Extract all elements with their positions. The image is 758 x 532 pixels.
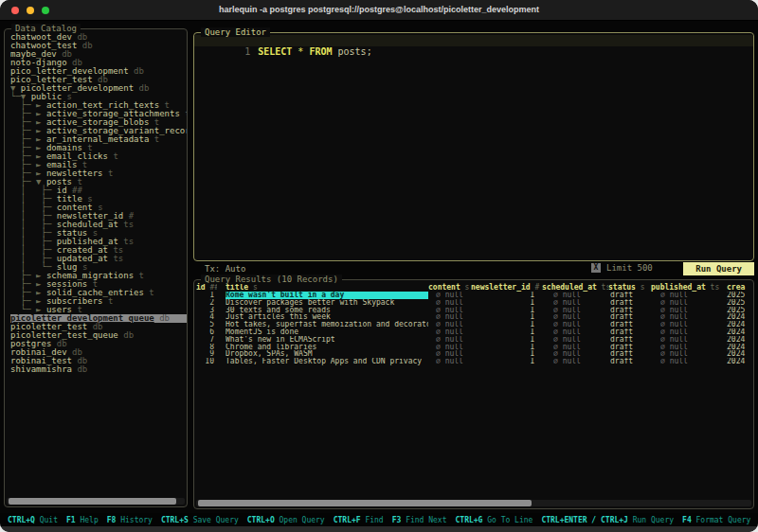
column-header-published_at[interactable]: published_at ts [651,283,727,292]
table-cell[interactable]: 2025 [727,307,751,314]
table-row[interactable]: 8Chrome and libraries∅ null1∅ nulldraft∅… [194,344,753,351]
table-cell[interactable]: Discover packages better with Skypack [226,299,428,307]
column-header-id[interactable]: id ## [194,283,217,292]
column-header-crea[interactable]: crea [727,283,751,292]
table-cell[interactable]: 7 [194,336,217,344]
table-row[interactable]: 4Just articles this week∅ null1∅ nulldra… [194,313,753,321]
results-scrollbar-thumb[interactable] [198,500,532,506]
table-cell[interactable]: draft [608,350,651,358]
table-cell[interactable]: 1 [471,344,542,351]
limit-checkbox[interactable]: X [591,263,601,273]
table-cell[interactable]: ∅ null [651,344,727,351]
shortcut-help[interactable]: F1 Help [66,516,99,524]
table-cell[interactable]: ∅ null [651,336,727,344]
table-cell[interactable]: 2024 [727,328,751,336]
table-cell[interactable]: 2025 [727,292,751,299]
table-cell[interactable]: 1 [194,292,217,299]
table-cell[interactable]: ∅ null [542,344,608,351]
table-cell[interactable]: ∅ null [428,358,471,365]
table-row[interactable]: 5Hot takes, superfast memoization and de… [194,321,753,328]
table-cell[interactable]: ∅ null [428,328,471,336]
column-header-content[interactable]: content s [428,283,471,292]
table-cell[interactable]: 2024 [727,344,751,351]
table-cell[interactable]: 9 [194,350,217,358]
sidebar-scrollbar-thumb[interactable] [9,498,176,505]
run-query-button[interactable]: Run Query [683,262,754,275]
table-row[interactable]: 2Discover packages better with Skypack∅ … [194,299,753,307]
table-cell[interactable]: ∅ null [428,299,471,307]
table-cell[interactable]: 1 [471,328,542,336]
table-cell[interactable]: 2025 [727,299,751,307]
shortcut-find-next[interactable]: F3 Find Next [392,516,447,524]
column-header-title[interactable]: title s [226,283,428,292]
table-cell[interactable]: 3 [194,307,217,314]
table-cell[interactable]: 2024 [727,321,751,328]
table-cell[interactable]: ∅ null [542,313,608,321]
table-cell[interactable]: 1 [471,350,542,358]
table-cell[interactable]: ∅ null [542,350,608,358]
table-cell[interactable]: 1 [471,307,542,314]
table-cell[interactable]: draft [608,344,651,351]
editor-current-line[interactable]: 1SELECT * FROM posts; [194,35,753,46]
table-cell[interactable]: ∅ null [428,344,471,351]
sql-code[interactable]: SELECT * FROM posts; [258,46,371,57]
shortcut-run-query[interactable]: CTRL+ENTER / CTRL+J Run Query [541,516,674,524]
shortcut-format-query[interactable]: F4 Format Query [682,516,750,524]
table-cell[interactable]: draft [608,321,651,328]
table-cell[interactable]: 1 [471,292,542,299]
table-cell[interactable]: draft [608,307,651,314]
shortcut-open-query[interactable]: CTRL+O Open Query [247,516,325,524]
table-row[interactable]: 7What's new in ECMAScript∅ null1∅ nulldr… [194,336,753,344]
table-cell[interactable]: ∅ null [651,328,727,336]
table-cell[interactable]: Dropbox, SPAs, WASM [226,350,428,358]
table-cell[interactable]: 30 texts and some reads [226,307,428,314]
transaction-mode-label[interactable]: Tx: Auto [205,264,245,274]
column-header-scheduled_at[interactable]: scheduled_at ts [542,283,608,292]
table-cell[interactable]: MomentJS is done [226,328,428,336]
table-cell[interactable]: Just articles this week [226,313,428,321]
table-cell[interactable]: ∅ null [542,307,608,314]
table-cell[interactable]: Rome wasn't built in a day [226,292,428,299]
column-header-status[interactable]: status s [608,283,651,292]
table-cell[interactable]: Tables, Faster Desktop Apps and CDN priv… [226,358,428,365]
table-cell[interactable]: ∅ null [542,358,608,365]
column-header-newsletter_id[interactable]: newsletter_id # [471,283,542,292]
table-cell[interactable]: ∅ null [651,350,727,358]
table-cell[interactable]: 1 [471,358,542,365]
table-cell[interactable]: What's new in ECMAScript [226,336,428,344]
table-cell[interactable]: ∅ null [651,358,727,365]
table-cell[interactable]: 4 [194,313,217,321]
table-row[interactable]: 1Rome wasn't built in a day∅ null1∅ null… [194,292,753,299]
table-cell[interactable]: 1 [471,313,542,321]
table-cell[interactable]: ∅ null [428,313,471,321]
table-cell[interactable]: 10 [194,358,217,365]
table-cell[interactable]: ∅ null [428,292,471,299]
table-cell[interactable]: ∅ null [428,307,471,314]
table-cell[interactable]: ∅ null [542,321,608,328]
table-cell[interactable]: ∅ null [651,292,727,299]
table-cell[interactable]: ∅ null [428,336,471,344]
table-row[interactable]: 10Tables, Faster Desktop Apps and CDN pr… [194,358,753,365]
shortcut-go-to-line[interactable]: CTRL+G Go To Line [456,516,533,524]
table-cell[interactable]: 2024 [727,313,751,321]
tree-item-shivammishra[interactable]: shivammishra db [10,365,187,374]
table-cell[interactable]: draft [608,299,651,307]
table-cell[interactable]: ∅ null [428,321,471,328]
table-cell[interactable]: 2024 [727,350,751,358]
table-cell[interactable]: 2024 [727,336,751,344]
shortcut-find[interactable]: CTRL+F Find [334,516,384,524]
table-row[interactable]: 330 texts and some reads∅ null1∅ nulldra… [194,307,753,314]
table-cell[interactable]: 1 [471,336,542,344]
table-cell[interactable]: draft [608,336,651,344]
shortcut-history[interactable]: F8 History [107,516,153,524]
shortcut-quit[interactable]: CTRL+Q Quit [8,516,58,524]
table-cell[interactable]: 5 [194,321,217,328]
table-cell[interactable]: ∅ null [651,299,727,307]
table-cell[interactable]: ∅ null [542,292,608,299]
results-horizontal-scrollbar[interactable] [196,500,751,506]
sidebar-horizontal-scrollbar[interactable] [7,498,185,505]
table-cell[interactable]: 8 [194,344,217,351]
table-cell[interactable]: ∅ null [542,336,608,344]
table-cell[interactable]: ∅ null [651,313,727,321]
table-cell[interactable]: draft [608,292,651,299]
